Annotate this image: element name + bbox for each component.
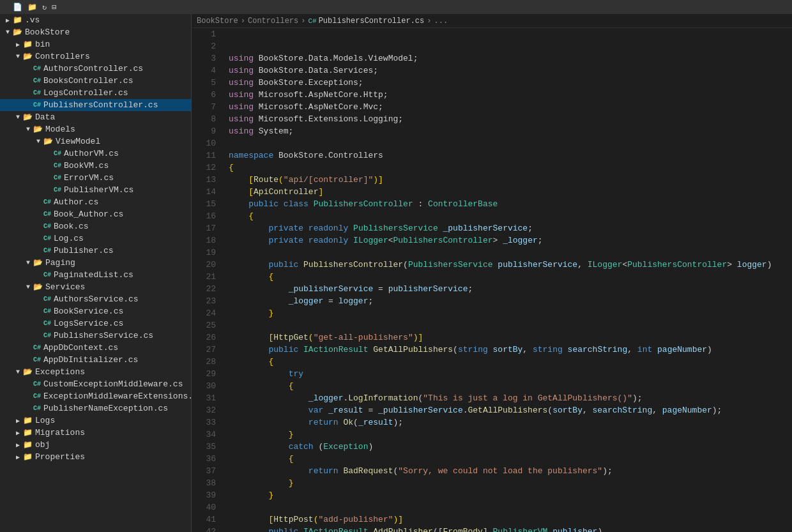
sidebar-item-properties[interactable]: ▶📁Properties: [0, 451, 191, 463]
sidebar-item-author[interactable]: C#Author.cs: [0, 196, 191, 208]
line-number-30: 30: [192, 380, 216, 392]
sidebar-item-publishersservice[interactable]: C#PublishersService.cs: [0, 330, 191, 342]
sidebar-item-models[interactable]: ▼📂Models: [0, 123, 191, 135]
tree-arrow-bookstore: ▼: [3, 29, 13, 36]
tree-icon-cs: C#: [33, 65, 41, 72]
sidebar-item-paging[interactable]: ▼📂Paging: [0, 257, 191, 269]
sidebar-item-logsservice[interactable]: C#LogsService.cs: [0, 317, 191, 330]
sidebar-item-bin[interactable]: ▶📁bin: [0, 38, 191, 50]
collapse-icon[interactable]: ⊟: [52, 3, 56, 12]
sidebar-item-errorvm[interactable]: C#ErrorVM.cs: [0, 172, 191, 184]
code-line-34: {: [229, 453, 792, 465]
sidebar-item-publishernameexc[interactable]: C#PublisherNameException.cs: [0, 402, 191, 414]
sidebar-item-publishervm[interactable]: C#PublisherVM.cs: [0, 184, 191, 196]
code-line-19: {: [229, 271, 792, 283]
tree-icon-folder: 📁: [23, 440, 33, 450]
breadcrumb-controllers[interactable]: Controllers: [248, 17, 298, 26]
tree-label-publisher: Publisher.cs: [54, 246, 114, 255]
sidebar-item-exceptions[interactable]: ▼📂Exceptions: [0, 366, 191, 378]
tree-icon-cs: C#: [33, 405, 41, 412]
sidebar-item-controllers[interactable]: ▼📂Controllers: [0, 50, 191, 63]
breadcrumb-file[interactable]: PublishersController.cs: [319, 17, 425, 26]
sidebar-item-bookstore[interactable]: ▼📂BookStore: [0, 26, 191, 38]
tree-icon-folder: 📁: [23, 452, 33, 462]
code-line-36: }: [229, 477, 792, 489]
sidebar-item-viewmodel[interactable]: ▼📂ViewModel: [0, 135, 191, 148]
sidebar-item-paginatedlist[interactable]: C#PaginatedList.cs: [0, 269, 191, 281]
main-layout: ▶📁.vs▼📂BookStore▶📁bin▼📂ControllersC#Auth…: [0, 14, 792, 532]
tree-arrow-paging: ▼: [23, 259, 33, 266]
sidebar-item-publisherscontroller[interactable]: C#PublishersController.cs: [0, 99, 191, 111]
breadcrumb-bookstore[interactable]: BookStore: [197, 17, 238, 26]
tree-label-viewmodel: ViewModel: [56, 137, 100, 146]
line-number-9: 9: [192, 125, 216, 137]
sidebar-item-logs[interactable]: ▶📁Logs: [0, 414, 191, 427]
sidebar-item-appdbinitializer[interactable]: C#AppDbInitializer.cs: [0, 354, 191, 366]
sidebar[interactable]: ▶📁.vs▼📂BookStore▶📁bin▼📂ControllersC#Auth…: [0, 14, 192, 532]
tree-label-exceptionext: ExceptionMiddlewareExtensions.cs: [43, 391, 192, 401]
sidebar-item-data[interactable]: ▼📂Data: [0, 111, 191, 123]
code-line-5: using Microsoft.AspNetCore.Mvc;: [229, 101, 792, 113]
sidebar-item-publisher[interactable]: C#Publisher.cs: [0, 245, 191, 257]
new-folder-icon[interactable]: 📁: [27, 3, 37, 12]
code-line-39: [HttpPost("add-publisher")]: [229, 513, 792, 526]
tree-icon-cs: C#: [33, 381, 41, 388]
sidebar-item-book[interactable]: C#Book.cs: [0, 220, 191, 232]
line-number-3: 3: [192, 52, 216, 65]
tree-arrow-models: ▼: [23, 126, 33, 133]
sidebar-item-authorsservice[interactable]: C#AuthorsService.cs: [0, 293, 191, 305]
tree-label-log: Log.cs: [54, 234, 84, 243]
tree-label-book: Book.cs: [54, 222, 89, 231]
code-line-33: catch (Exception): [229, 441, 792, 453]
tree-label-logscontroller: LogsController.cs: [43, 88, 128, 98]
sidebar-item-bookscontroller[interactable]: C#BooksController.cs: [0, 75, 191, 87]
code-line-11: [Route("api/[controller]")]: [229, 174, 792, 186]
tree-label-publishersservice: PublishersService.cs: [54, 331, 153, 340]
tree-label-authorscontroller: AuthorsController.cs: [43, 64, 143, 73]
tree-icon-folder: 📁: [23, 416, 33, 425]
line-number-8: 8: [192, 113, 216, 125]
line-number-33: 33: [192, 416, 216, 429]
tree-icon-folder: 📂: [43, 137, 53, 146]
line-number-35: 35: [192, 441, 216, 453]
tree-icon-cs: C#: [43, 199, 51, 206]
tree-icon-folder: 📂: [33, 258, 43, 268]
line-number-12: 12: [192, 162, 216, 174]
line-number-29: 29: [192, 368, 216, 380]
tree-icon-cs: C#: [33, 344, 41, 351]
sidebar-item-appdbcontext[interactable]: C#AppDbContext.cs: [0, 342, 191, 354]
code-container[interactable]: 1234567891011121314151617181920212223242…: [192, 28, 792, 532]
line-number-25: 25: [192, 319, 216, 331]
code-line-1: using BookStore.Data.Models.ViewModel;: [229, 52, 792, 65]
new-file-icon[interactable]: 📄: [13, 3, 22, 12]
code-line-25: public IActionResult GetAllPublishers(st…: [229, 344, 792, 356]
tree-arrow-bin: ▶: [13, 41, 23, 49]
sidebar-item-authorvm[interactable]: C#AuthorVM.cs: [0, 148, 191, 160]
sidebar-item-bookservice[interactable]: C#BookService.cs: [0, 305, 191, 317]
line-number-41: 41: [192, 513, 216, 526]
code-line-27: try: [229, 368, 792, 380]
sidebar-item-book_author[interactable]: C#Book_Author.cs: [0, 208, 191, 220]
sidebar-item-obj[interactable]: ▶📁obj: [0, 439, 191, 451]
sidebar-item-vs[interactable]: ▶📁.vs: [0, 14, 191, 26]
tree-icon-cs: C#: [43, 320, 51, 327]
line-number-26: 26: [192, 331, 216, 344]
tree-label-paginatedlist: PaginatedList.cs: [54, 270, 133, 280]
sidebar-item-exceptionext[interactable]: C#ExceptionMiddlewareExtensions.cs: [0, 390, 191, 402]
sidebar-item-migrations[interactable]: ▶📁Migrations: [0, 427, 191, 439]
tree-label-publishernameexc: PublisherNameException.cs: [43, 404, 168, 413]
sidebar-item-log[interactable]: C#Log.cs: [0, 232, 191, 245]
code-line-18: public PublishersController(PublishersSe…: [229, 259, 792, 271]
sidebar-item-services[interactable]: ▼📂Services: [0, 281, 191, 293]
code-line-20: _publisherService = publisherService;: [229, 283, 792, 295]
refresh-icon[interactable]: ↻: [42, 3, 47, 12]
tree-label-bookstore: BookStore: [25, 27, 70, 37]
sidebar-item-logscontroller[interactable]: C#LogsController.cs: [0, 87, 191, 99]
sidebar-item-bookvm[interactable]: C#BookVM.cs: [0, 160, 191, 172]
tree-arrow-services: ▼: [23, 284, 33, 291]
tree-label-book_author: Book_Author.cs: [54, 209, 123, 219]
sidebar-item-authorscontroller[interactable]: C#AuthorsController.cs: [0, 63, 191, 75]
sidebar-item-custommiddleware[interactable]: C#CustomExceptionMiddleware.cs: [0, 378, 191, 390]
line-number-42: 42: [192, 526, 216, 532]
code-line-35: return BadRequest("Sorry, we could not l…: [229, 465, 792, 477]
